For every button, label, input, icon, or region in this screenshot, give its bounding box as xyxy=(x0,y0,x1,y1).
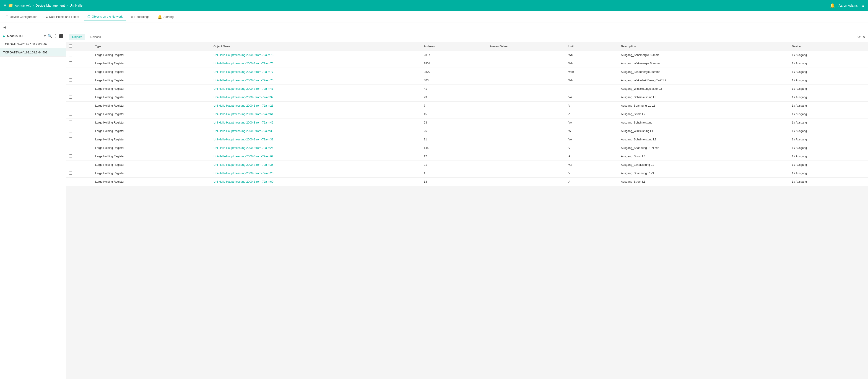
row-device: 1 / Ausgang xyxy=(789,51,868,59)
sidebar-item-gateway2[interactable]: TCP.GATEWAY.192.168.2.64.502 xyxy=(0,49,66,57)
row-type: Large Holding Register xyxy=(92,68,211,76)
col-header-device: Device xyxy=(789,42,868,51)
tab-recordings[interactable]: ○ Recordings xyxy=(127,13,153,21)
sidebar-item-gateway1[interactable]: TCP.GATEWAY.192.168.2.63.502 xyxy=(0,40,66,49)
row-object-name[interactable]: Uni-Halle-Hauptmessung-2000-Strom-72a-m3… xyxy=(211,93,421,101)
notification-bell-icon[interactable]: 🔔 xyxy=(830,3,835,8)
row-checkbox-5[interactable] xyxy=(69,95,72,99)
row-present-value xyxy=(487,144,566,152)
row-object-name[interactable]: Uni-Halle-Hauptmessung-2000-Strom-72a-m3… xyxy=(211,136,421,144)
row-object-name[interactable]: Uni-Halle-Hauptmessung-2000-Strom-72a-m2… xyxy=(211,169,421,178)
dropdown-arrow-icon[interactable]: ▼ xyxy=(43,34,46,38)
row-checkbox-cell xyxy=(66,93,92,101)
file-icon[interactable]: 📁 xyxy=(8,3,13,8)
device-config-icon: ⊞ xyxy=(5,14,8,19)
row-checkbox-1[interactable] xyxy=(69,61,72,65)
table-row: Large Holding Register Uni-Halle-Hauptme… xyxy=(66,110,868,118)
row-object-name[interactable]: Uni-Halle-Hauptmessung-2000-Strom-72a-m7… xyxy=(211,59,421,68)
row-type: Large Holding Register xyxy=(92,93,211,101)
row-object-name[interactable]: Uni-Halle-Hauptmessung-2000-Strom-72a-m6… xyxy=(211,178,421,186)
row-checkbox-12[interactable] xyxy=(69,154,72,158)
row-object-name[interactable]: Uni-Halle-Hauptmessung-2000-Strom-72a-m3… xyxy=(211,161,421,169)
sidebar-more-button[interactable]: ⋮ xyxy=(54,34,57,38)
row-checkbox-cell xyxy=(66,118,92,127)
breadcrumb-level1[interactable]: Device Management xyxy=(36,4,65,7)
row-device: 1 / Ausgang xyxy=(789,136,868,144)
row-present-value xyxy=(487,161,566,169)
row-type: Large Holding Register xyxy=(92,76,211,85)
row-checkbox-13[interactable] xyxy=(69,163,72,166)
sub-tab-objects[interactable]: Objects xyxy=(69,34,85,40)
row-object-name[interactable]: Uni-Halle-Hauptmessung-2000-Strom-72a-m4… xyxy=(211,118,421,127)
row-object-name[interactable]: Uni-Halle-Hauptmessung-2000-Strom-72a-m6… xyxy=(211,110,421,118)
tab-data-points[interactable]: ≡ Data Points and Filters xyxy=(42,13,83,21)
tab-device-config[interactable]: ⊞ Device Configuration xyxy=(2,13,41,21)
table-row: Large Holding Register Uni-Halle-Hauptme… xyxy=(66,178,868,186)
row-object-name[interactable]: Uni-Halle-Hauptmessung-2000-Strom-72a-m2… xyxy=(211,144,421,152)
row-checkbox-6[interactable] xyxy=(69,104,72,107)
row-checkbox-3[interactable] xyxy=(69,78,72,82)
sidebar-search-button[interactable]: 🔍 xyxy=(48,34,52,38)
tab-alerting[interactable]: 🔔 Alerting xyxy=(154,13,177,21)
tab-objects-network[interactable]: ⬡ Objects on the Network xyxy=(84,12,126,21)
row-address: 25 xyxy=(421,127,487,136)
table-row: Large Holding Register Uni-Halle-Hauptme… xyxy=(66,101,868,110)
table-row: Large Holding Register Uni-Halle-Hauptme… xyxy=(66,59,868,68)
col-header-checkbox xyxy=(66,42,92,51)
row-object-name[interactable]: Uni-Halle-Hauptmessung-2000-Strom-72a-m2… xyxy=(211,101,421,110)
row-unit: V xyxy=(566,169,618,178)
row-description: Ausgang_Spannung L1-N xyxy=(618,169,789,178)
row-checkbox-9[interactable] xyxy=(69,129,72,133)
row-present-value xyxy=(487,93,566,101)
row-checkbox-4[interactable] xyxy=(69,87,72,90)
row-object-name[interactable]: Uni-Halle-Hauptmessung-2000-Strom-72a-m4… xyxy=(211,85,421,93)
row-checkbox-15[interactable] xyxy=(69,180,72,183)
row-unit: W xyxy=(566,127,618,136)
sidebar-grid-button[interactable]: ⬛ xyxy=(59,34,63,38)
row-checkbox-7[interactable] xyxy=(69,112,72,116)
row-checkbox-10[interactable] xyxy=(69,138,72,141)
grid-icon[interactable]: ⠿ xyxy=(861,3,864,8)
row-checkbox-cell xyxy=(66,127,92,136)
row-object-name[interactable]: Uni-Halle-Hauptmessung-2000-Strom-72a-m7… xyxy=(211,51,421,59)
row-object-name[interactable]: Uni-Halle-Hauptmessung-2000-Strom-72a-m6… xyxy=(211,152,421,161)
tab-objects-network-label: Objects on the Network xyxy=(92,15,123,18)
row-checkbox-8[interactable] xyxy=(69,121,72,124)
row-present-value xyxy=(487,68,566,76)
row-address: 2817 xyxy=(421,51,487,59)
sidebar-item-gateway1-label: TCP.GATEWAY.192.168.2.63.502 xyxy=(3,42,48,46)
col-header-unit: Unit xyxy=(566,42,618,51)
row-present-value xyxy=(487,59,566,68)
row-type: Large Holding Register xyxy=(92,101,211,110)
row-device: 1 / Ausgang xyxy=(789,85,868,93)
row-checkbox-11[interactable] xyxy=(69,146,72,149)
col-header-address: Address xyxy=(421,42,487,51)
table-row: Large Holding Register Uni-Halle-Hauptme… xyxy=(66,136,868,144)
row-object-name[interactable]: Uni-Halle-Hauptmessung-2000-Strom-72a-m7… xyxy=(211,76,421,85)
refresh-button[interactable]: ⟳ xyxy=(858,35,861,39)
sidebar-protocol-label: Modbus TCP xyxy=(7,34,42,38)
row-checkbox-14[interactable] xyxy=(69,171,72,175)
row-checkbox-0[interactable] xyxy=(69,53,72,56)
tab-bar: ⊞ Device Configuration ≡ Data Points and… xyxy=(0,11,868,23)
row-address: 23 xyxy=(421,93,487,101)
row-device: 1 / Ausgang xyxy=(789,144,868,152)
nav-left: ≡ 📁 Avelon AG › Device Management › Uni … xyxy=(4,3,827,8)
row-present-value xyxy=(487,136,566,144)
hamburger-icon[interactable]: ≡ xyxy=(4,3,6,8)
row-checkbox-cell xyxy=(66,144,92,152)
nav-right: 🔔 Aaron Adams ⠿ xyxy=(830,3,864,8)
row-description: Ausgang_Scheinergie Summe xyxy=(618,51,789,59)
row-object-name[interactable]: Uni-Halle-Hauptmessung-2000-Strom-72a-m3… xyxy=(211,127,421,136)
row-object-name[interactable]: Uni-Halle-Hauptmessung-2000-Strom-72a-m7… xyxy=(211,68,421,76)
back-button[interactable]: ◄ xyxy=(3,25,6,29)
row-checkbox-2[interactable] xyxy=(69,70,72,73)
sub-tab-devices[interactable]: Devices xyxy=(87,34,104,40)
row-address: 2809 xyxy=(421,68,487,76)
row-checkbox-cell xyxy=(66,136,92,144)
row-description: Ausgang_Scheinleistung L3 xyxy=(618,93,789,101)
select-all-checkbox[interactable] xyxy=(69,44,72,48)
add-button[interactable]: ✕ xyxy=(862,35,865,39)
row-type: Large Holding Register xyxy=(92,144,211,152)
row-unit: VA xyxy=(566,93,618,101)
